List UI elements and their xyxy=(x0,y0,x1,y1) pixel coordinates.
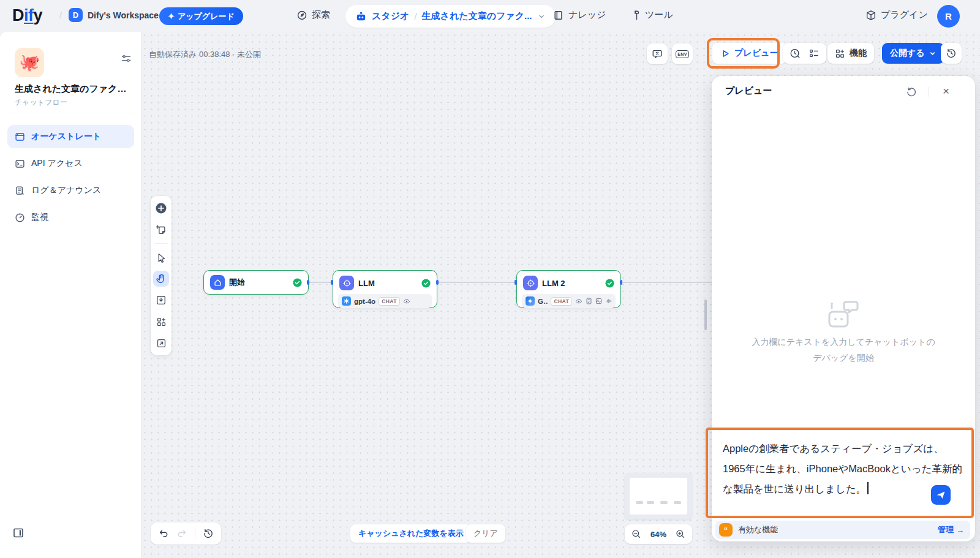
canvas-scrollbar-thumb[interactable] xyxy=(704,300,707,330)
chevron-down-icon[interactable] xyxy=(537,12,546,21)
empty-state-text: 入力欄にテキストを入力してチャットボットの デバッグを開始 xyxy=(718,334,969,366)
checklist-icon[interactable] xyxy=(809,48,820,59)
refresh-icon xyxy=(906,86,917,97)
palette-divider xyxy=(154,243,168,244)
sidebar-item-logs[interactable]: ログ＆アナウンス xyxy=(7,179,134,202)
minimap-node xyxy=(647,501,654,504)
hand-icon xyxy=(156,273,167,284)
change-history-icon[interactable] xyxy=(203,528,214,539)
add-note-button[interactable] xyxy=(153,222,169,238)
nav-plugins[interactable]: プラグイン xyxy=(865,9,928,21)
preview-panel-title: プレビュー xyxy=(725,85,772,97)
port-in-llm[interactable] xyxy=(331,280,333,285)
terminal-icon xyxy=(15,159,25,169)
env-icon: ENV xyxy=(676,50,688,58)
clear-button[interactable]: クリア xyxy=(466,524,505,543)
chat-mode-badge: CHAT xyxy=(551,297,572,306)
restart-conversation-button[interactable] xyxy=(906,86,917,97)
features-button[interactable]: 機能 xyxy=(827,43,874,64)
chat-variable-icon xyxy=(652,48,663,59)
window-icon xyxy=(15,132,25,142)
preview-button[interactable]: プレビュー xyxy=(712,43,786,64)
send-message-button[interactable] xyxy=(931,485,951,505)
app-emoji-icon: 🐙 xyxy=(15,48,44,77)
workspace-selector[interactable]: D Dify's Workspace xyxy=(69,8,172,22)
show-cached-vars-button[interactable]: キャッシュされた変数を表示 xyxy=(350,524,472,543)
zoom-level[interactable]: 64% xyxy=(650,530,666,539)
log-file-icon xyxy=(15,186,25,196)
package-icon xyxy=(865,10,876,21)
gauge-icon xyxy=(15,213,25,223)
top-navbar: Dify / D Dify's Workspace ✦ アップグレード 探索 ス… xyxy=(0,0,980,32)
node-title: LLM 2 xyxy=(542,279,601,288)
home-icon xyxy=(210,275,225,290)
sidebar-item-api-access[interactable]: API アクセス xyxy=(7,152,134,175)
active-features-label: 有効な機能 xyxy=(738,524,932,535)
edge-llm2-out xyxy=(621,282,712,283)
pointer-tool-button[interactable] xyxy=(153,249,169,265)
port-out-start[interactable] xyxy=(307,280,309,285)
model-name: Gemini ... xyxy=(538,298,548,305)
success-check-icon xyxy=(421,279,431,288)
current-app-crumb[interactable]: 生成された文章のファク... xyxy=(422,10,532,22)
model-config-row: Gemini ... CHAT xyxy=(522,294,616,308)
vision-eye-icon xyxy=(575,298,582,305)
undo-icon[interactable] xyxy=(158,528,169,539)
upgrade-button[interactable]: ✦ アップグレード xyxy=(159,7,243,25)
nav-tools[interactable]: ツール xyxy=(630,9,673,21)
minimap-node xyxy=(660,501,668,504)
node-start[interactable]: 開始 xyxy=(203,270,309,295)
gemini-icon xyxy=(526,296,535,306)
fit-view-button[interactable] xyxy=(153,335,169,351)
chat-mode-badge: CHAT xyxy=(379,297,400,306)
env-variables-button[interactable]: ENV xyxy=(672,43,693,64)
paper-plane-icon xyxy=(936,490,946,500)
node-llm[interactable]: LLM gpt-4o CHAT xyxy=(333,270,437,308)
hand-tool-button[interactable] xyxy=(153,271,169,287)
app-settings-button[interactable] xyxy=(119,51,134,66)
arrow-right-icon: → xyxy=(956,526,964,535)
openai-icon xyxy=(342,296,351,306)
workspace-name: Dify's Workspace xyxy=(88,10,159,20)
add-node-button[interactable] xyxy=(153,200,169,216)
user-avatar[interactable]: R xyxy=(937,5,960,28)
dify-logo[interactable]: Dify xyxy=(12,6,42,25)
breadcrumb-separator: / xyxy=(59,10,62,20)
edge-start-llm xyxy=(308,282,333,283)
zoom-in-icon[interactable] xyxy=(676,529,685,539)
close-panel-button[interactable]: × xyxy=(943,85,949,97)
chat-variables-button[interactable] xyxy=(647,43,668,64)
app-type-label: チャットフロー xyxy=(15,97,67,108)
import-box-icon xyxy=(156,295,167,306)
sidebar-item-orchestrate[interactable]: オーケストレート xyxy=(7,125,134,148)
redo-icon[interactable] xyxy=(176,528,187,539)
vision-eye-icon xyxy=(403,298,410,305)
nav-studio[interactable]: スタジオ xyxy=(372,10,409,22)
port-out-llm[interactable] xyxy=(436,280,439,285)
chevron-down-icon xyxy=(929,50,937,58)
nav-knowledge[interactable]: ナレッジ xyxy=(553,9,606,21)
collapse-sidebar-button[interactable] xyxy=(12,527,26,540)
port-in-llm2[interactable] xyxy=(514,280,517,285)
port-out-llm2[interactable] xyxy=(620,280,622,285)
import-dsl-button[interactable] xyxy=(153,292,169,308)
explore-icon xyxy=(296,10,307,21)
minimap-node xyxy=(636,501,643,504)
chat-input-text[interactable]: Appleの創業者であるスティーブ・ジョブズは、1965年に生まれ、iPhone… xyxy=(723,439,964,499)
sidebar-item-monitoring[interactable]: 監視 xyxy=(7,206,134,229)
llm-icon xyxy=(339,276,354,290)
breadcrumb-separator: / xyxy=(414,11,417,21)
run-history-clock-icon[interactable] xyxy=(790,48,801,59)
nav-explore[interactable]: 探索 xyxy=(296,9,330,21)
publish-button[interactable]: 公開する xyxy=(882,43,944,64)
manage-features-link[interactable]: 管理 → xyxy=(938,524,964,535)
version-history-button[interactable] xyxy=(941,43,962,64)
node-title: 開始 xyxy=(229,277,288,288)
node-llm2[interactable]: LLM 2 Gemini ... CHAT xyxy=(516,270,621,308)
node-title: LLM xyxy=(358,279,417,288)
panel-toggle-icon xyxy=(12,527,24,539)
zoom-out-icon[interactable] xyxy=(631,529,641,539)
edge-llm-llm2 xyxy=(437,282,517,283)
audio-icon xyxy=(605,298,612,304)
tidy-layout-button[interactable] xyxy=(153,314,169,330)
